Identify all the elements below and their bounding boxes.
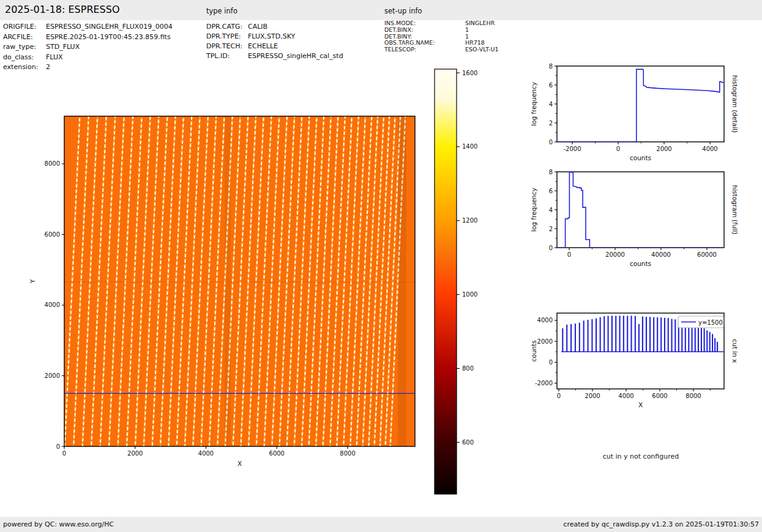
- tick-label: 8000: [45, 160, 60, 167]
- tick-label: 0: [56, 443, 60, 450]
- legend: y=1500: [678, 316, 723, 328]
- tick-label: 2: [549, 120, 553, 127]
- tick-label: 0: [62, 450, 66, 457]
- tick-label: 4000: [198, 450, 214, 457]
- tick-label: 60000: [697, 251, 717, 258]
- tick-label: -2000: [563, 146, 581, 152]
- tick-label: 6000: [269, 450, 285, 457]
- tick-label: 6000: [652, 393, 667, 399]
- tick-label: 1400: [462, 143, 477, 150]
- tick-label: 6: [549, 82, 553, 89]
- cut-in-x-plot: 02000400060008000-2000020004000Xcountscu…: [530, 313, 739, 408]
- tick-label: 8000: [685, 393, 701, 399]
- tick-label: 8: [549, 169, 553, 175]
- tick-label: 4000: [45, 301, 60, 308]
- qc-rawdisp-page: 2025-01-18: ESPRESSO type info set-up in…: [0, 0, 762, 532]
- histogram-curve: [557, 172, 724, 248]
- y-axis-label: counts: [530, 340, 537, 361]
- y-axis-label: Y: [29, 279, 36, 284]
- raw-image-plot: 0200040006000800002000400060008000XY: [29, 113, 415, 467]
- x-axis-label: X: [237, 460, 242, 467]
- right-axis-label: histogram (full): [731, 185, 739, 235]
- footer-left-text: powered by QC: www.eso.org/HC: [3, 517, 114, 532]
- tick-label: 0: [549, 359, 553, 366]
- tick-label: 6000: [45, 231, 60, 238]
- y-axis-label: log frequency: [530, 82, 537, 126]
- tick-label: 8000: [340, 450, 355, 457]
- tick-label: 4: [549, 101, 553, 108]
- right-axis-label: histogram (detail): [731, 75, 739, 133]
- tick-label: 1200: [462, 217, 477, 224]
- tick-label: 0: [549, 245, 553, 251]
- tick-label: 4000: [618, 393, 633, 399]
- tick-label: 2000: [45, 372, 60, 379]
- tick-label: 2000: [537, 338, 553, 345]
- tick-label: 4000: [702, 146, 717, 152]
- cut-in-y-note: cut in y not configured: [556, 453, 726, 460]
- y-axis-label: log frequency: [530, 188, 537, 232]
- tick-label: 4000: [537, 317, 553, 323]
- tick-label: 40000: [651, 251, 671, 258]
- x-axis-label: X: [638, 401, 643, 408]
- histogram-detail-plot: -200002000400002468countslog frequencyhi…: [530, 63, 739, 162]
- tick-label: 4: [549, 207, 553, 213]
- colorbar: 6008001000120014001600: [435, 69, 477, 494]
- histogram-curve: [557, 69, 724, 142]
- footer-right-text: created by qc_rawdisp.py v1.2.3 on 2025-…: [563, 517, 759, 532]
- tick-label: 8: [549, 63, 553, 70]
- tick-label: 6: [549, 188, 553, 194]
- tick-label: 800: [462, 365, 474, 372]
- tick-label: 0: [549, 139, 553, 146]
- tick-label: -2000: [535, 380, 553, 386]
- tick-label: 2000: [656, 146, 671, 152]
- x-axis-label: counts: [630, 260, 651, 267]
- legend-label: y=1500: [698, 319, 723, 326]
- tick-label: 1000: [462, 291, 477, 298]
- x-axis-label: counts: [630, 154, 651, 161]
- tick-label: 2: [549, 226, 553, 232]
- histogram-full-plot: 020000400006000002468countslog frequency…: [530, 169, 739, 268]
- tick-label: 2000: [127, 450, 143, 457]
- right-axis-label: cut in x: [731, 339, 739, 363]
- tick-label: 600: [462, 439, 474, 446]
- footer-bar: powered by QC: www.eso.org/HC created by…: [0, 517, 762, 532]
- tick-label: 20000: [605, 251, 625, 258]
- tick-label: 0: [567, 251, 571, 258]
- echelle-image: [64, 113, 415, 449]
- tick-label: 2000: [585, 393, 600, 399]
- tick-label: 0: [616, 146, 620, 152]
- tick-label: 0: [557, 393, 561, 399]
- tick-label: 1600: [462, 70, 477, 76]
